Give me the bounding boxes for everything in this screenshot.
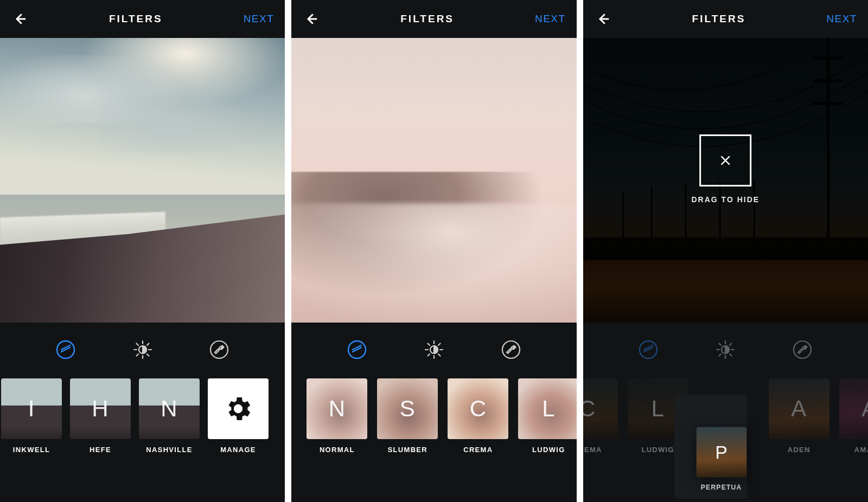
back-button[interactable] <box>594 10 611 28</box>
filter-glyph: I <box>28 396 35 422</box>
page-title: FILTERS <box>320 13 535 25</box>
filters-tab[interactable] <box>54 338 77 361</box>
next-button[interactable]: NEXT <box>244 13 275 25</box>
gear-icon <box>223 394 253 424</box>
filter-hefe[interactable]: H HEFE <box>70 378 131 454</box>
filter-glyph: C <box>470 396 487 422</box>
edit-toolbar <box>583 323 868 377</box>
filter-label: NORMAL <box>320 446 355 454</box>
filters-tab[interactable] <box>346 338 368 361</box>
filter-glyph: S <box>400 396 416 422</box>
filter-glyph: L <box>651 396 664 422</box>
sun-contrast-icon <box>132 339 154 361</box>
filter-label: SLUMBER <box>388 446 427 454</box>
wrench-icon <box>208 339 230 361</box>
filters-icon <box>346 339 368 361</box>
filter-normal[interactable]: N NORMAL <box>307 378 367 454</box>
screen-3: FILTERS NEXT DRAG TO HIDE <box>583 0 868 502</box>
screen-2: FILTERS NEXT N NORMAL S SLUMBER <box>291 0 576 502</box>
lux-tab[interactable] <box>131 338 154 361</box>
filter-label: CREMA <box>583 446 602 454</box>
filter-strip[interactable]: I INKWELL H HEFE N NASHVILLE MANAGE <box>0 377 285 485</box>
filter-glyph: H <box>92 396 108 422</box>
filters-icon <box>55 339 76 361</box>
lux-tab[interactable] <box>423 338 445 361</box>
filter-glyph: N <box>329 396 346 422</box>
filter-ludwig[interactable]: L LUDWIG <box>518 378 576 454</box>
header: FILTERS NEXT <box>0 0 285 38</box>
header: FILTERS NEXT <box>291 0 576 38</box>
tools-tab[interactable] <box>208 338 231 361</box>
filter-label: PERPETUA <box>701 484 742 491</box>
filter-label: CREMA <box>463 446 493 454</box>
filter-label: MANAGE <box>220 446 256 454</box>
filters-tab[interactable] <box>637 338 660 361</box>
photo-preview[interactable]: DRAG TO HIDE <box>583 38 868 323</box>
filter-label: ADEN <box>788 446 810 454</box>
edit-toolbar <box>291 323 576 377</box>
back-button[interactable] <box>302 10 320 28</box>
filter-label: NASHVILLE <box>146 446 192 454</box>
filter-manage[interactable]: MANAGE <box>208 378 269 454</box>
filter-glyph: A <box>791 396 807 422</box>
filter-glyph: N <box>161 396 177 422</box>
filter-glyph: A <box>861 396 868 422</box>
filter-nashville[interactable]: N NASHVILLE <box>139 378 200 454</box>
filters-icon <box>637 339 659 361</box>
header: FILTERS NEXT <box>583 0 868 38</box>
filter-aden[interactable]: A ADEN <box>769 378 829 454</box>
page-title: FILTERS <box>28 13 244 25</box>
arrow-left-icon <box>11 11 28 27</box>
filter-glyph: C <box>583 396 596 422</box>
next-button[interactable]: NEXT <box>826 13 857 25</box>
filter-crema[interactable]: C CREMA <box>583 378 618 454</box>
filter-glyph: P <box>715 442 727 463</box>
wrench-icon <box>500 339 522 361</box>
wrench-icon <box>792 339 813 361</box>
tools-tab[interactable] <box>791 338 814 361</box>
lux-tab[interactable] <box>714 338 737 361</box>
page-title: FILTERS <box>611 13 827 25</box>
next-button[interactable]: NEXT <box>535 13 566 25</box>
filter-strip[interactable]: N NORMAL S SLUMBER C CREMA L LUDWIG <box>291 377 576 485</box>
filter-glyph: L <box>542 396 555 422</box>
arrow-left-icon <box>595 11 611 27</box>
filter-amaro[interactable]: A AMARO <box>839 378 868 454</box>
arrow-left-icon <box>303 11 319 27</box>
photo-preview[interactable] <box>0 38 285 323</box>
sun-contrast-icon <box>423 339 445 361</box>
filter-label: AMARO <box>854 446 868 454</box>
filter-label: INKWELL <box>13 446 50 454</box>
filter-label: HEFE <box>90 446 111 454</box>
sun-contrast-icon <box>714 339 736 361</box>
filter-crema[interactable]: C CREMA <box>448 378 508 454</box>
filter-label: LUDWIG <box>641 446 674 454</box>
filter-slumber[interactable]: S SLUMBER <box>377 378 438 454</box>
tools-tab[interactable] <box>500 338 522 361</box>
edit-toolbar <box>0 323 285 377</box>
filter-inkwell[interactable]: I INKWELL <box>1 378 62 454</box>
back-button[interactable] <box>11 10 28 28</box>
dragging-filter[interactable]: P PERPETUA <box>686 427 757 491</box>
screen-1: FILTERS NEXT I INKWELL H HEF <box>0 0 285 502</box>
photo-preview[interactable] <box>291 38 576 323</box>
filter-label: LUDWIG <box>532 446 565 454</box>
